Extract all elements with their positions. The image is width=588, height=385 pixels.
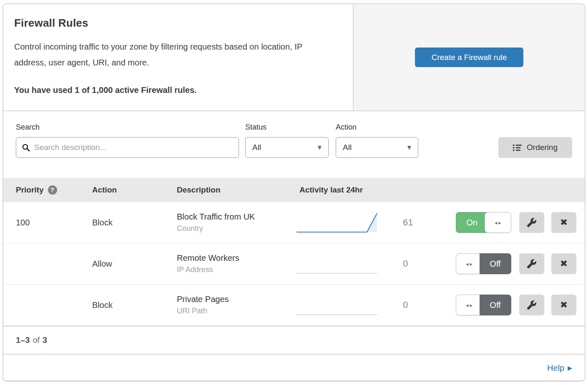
rule-match-type: Country: [177, 224, 295, 233]
table-header-row: Priority ? Action Description Activity l…: [3, 178, 585, 202]
x-icon: ✖: [560, 259, 568, 268]
chevron-down-icon: ▼: [407, 145, 411, 150]
column-header-description: Description: [177, 185, 221, 195]
pagination-range: 1–3: [16, 335, 30, 345]
status-select[interactable]: All ▼: [245, 137, 329, 158]
pagination-total: 3: [43, 335, 47, 345]
column-header-activity: Activity last 24hr: [299, 185, 363, 195]
create-firewall-rule-button[interactable]: Create a Firewall rule: [415, 48, 523, 67]
x-icon: ✖: [560, 300, 568, 310]
arrow-right-icon: ▶: [568, 365, 572, 371]
help-link-label: Help: [547, 363, 564, 373]
chevron-down-icon: ▼: [318, 145, 322, 150]
header-text-panel: Firewall Rules Control incoming traffic …: [3, 4, 353, 110]
action-select[interactable]: All ▼: [336, 137, 418, 158]
toggle-state-label: Off: [480, 295, 511, 315]
left-right-arrows-icon: ▸: [499, 220, 502, 225]
table-row: 100 Block Block Traffic from UK Country …: [3, 202, 585, 243]
rule-match-type: URI Path: [177, 307, 295, 315]
toggle-knob: ◂▸: [485, 212, 511, 233]
left-right-arrows-icon: ◂: [466, 302, 469, 308]
header-action-panel: Create a Firewall rule: [353, 4, 585, 110]
action-value: Block: [92, 300, 177, 310]
edit-rule-button[interactable]: [519, 212, 544, 233]
left-right-arrows-icon: ◂: [466, 261, 469, 267]
x-icon: ✖: [560, 218, 568, 227]
help-link[interactable]: Help ▶: [547, 363, 572, 373]
wrench-icon: [527, 300, 536, 310]
wrench-icon: [527, 218, 536, 227]
usage-note: You have used 1 of 1,000 active Firewall…: [14, 85, 338, 95]
action-value: Allow: [92, 259, 177, 269]
page-title: Firewall Rules: [14, 17, 338, 30]
toggle-state-label: On: [456, 212, 487, 233]
priority-value: 100: [16, 218, 92, 228]
left-right-arrows-icon: ▸: [470, 261, 473, 267]
activity-sparkline: [295, 210, 391, 235]
ordering-button[interactable]: Ordering: [498, 137, 572, 158]
firewall-rules-card: Firewall Rules Control incoming traffic …: [3, 3, 585, 382]
delete-rule-button[interactable]: ✖: [551, 212, 576, 233]
search-box: [16, 137, 239, 158]
search-label: Search: [16, 123, 40, 132]
activity-sparkline: [295, 293, 391, 317]
activity-count: 0: [391, 258, 456, 269]
delete-rule-button[interactable]: ✖: [551, 253, 576, 274]
toggle-state-label: Off: [480, 253, 511, 274]
activity-sparkline: [295, 252, 391, 276]
edit-rule-button[interactable]: [519, 295, 544, 315]
page-description: Control incoming traffic to your zone by…: [14, 39, 331, 70]
rule-description: Private Pages: [177, 295, 295, 304]
rule-description: Remote Workers: [177, 253, 295, 263]
left-right-arrows-icon: ◂: [495, 220, 498, 225]
status-label: Status: [245, 123, 266, 132]
action-selected-value: All: [343, 143, 352, 152]
left-right-arrows-icon: ▸: [470, 302, 473, 308]
activity-count: 61: [391, 217, 456, 228]
table-row: Block Private Pages URI Path 0 ◂▸ Off ✖: [3, 285, 585, 326]
pagination-bar: 1–3 of 3: [3, 326, 585, 354]
search-icon: [22, 144, 30, 152]
toggle-knob: ◂▸: [456, 253, 482, 274]
wrench-icon: [527, 259, 536, 268]
filter-bar: Search Status All ▼ Action All ▼: [3, 111, 585, 178]
pagination-of-label: of: [33, 335, 40, 345]
toggle-knob: ◂▸: [456, 295, 482, 315]
question-mark-icon[interactable]: ?: [48, 185, 57, 195]
rule-enabled-toggle[interactable]: On ◂▸: [456, 212, 511, 233]
rule-description: Block Traffic from UK: [177, 212, 295, 222]
table-row: Allow Remote Workers IP Address 0 ◂▸ Off…: [3, 243, 585, 285]
list-icon: [513, 144, 522, 151]
header-section: Firewall Rules Control incoming traffic …: [3, 4, 585, 111]
edit-rule-button[interactable]: [519, 253, 544, 274]
rule-enabled-toggle[interactable]: ◂▸ Off: [456, 253, 511, 274]
column-header-action: Action: [92, 185, 117, 195]
delete-rule-button[interactable]: ✖: [551, 295, 576, 315]
rule-enabled-toggle[interactable]: ◂▸ Off: [456, 295, 511, 315]
status-selected-value: All: [252, 143, 261, 152]
column-header-priority: Priority: [16, 185, 44, 195]
search-input[interactable]: [34, 143, 233, 152]
ordering-button-label: Ordering: [527, 143, 558, 152]
action-value: Block: [92, 218, 177, 228]
activity-count: 0: [391, 300, 456, 310]
action-label: Action: [336, 123, 357, 132]
help-bar: Help ▶: [3, 354, 585, 381]
rule-match-type: IP Address: [177, 265, 295, 274]
